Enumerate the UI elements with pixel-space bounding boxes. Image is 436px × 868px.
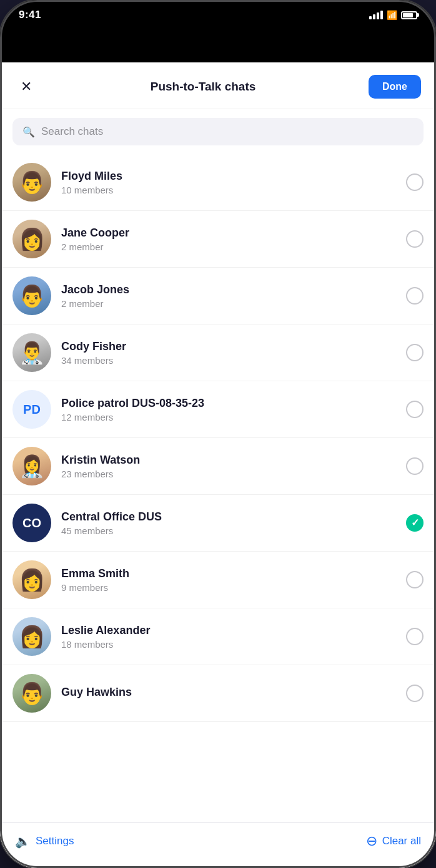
status-icons: 📶 <box>369 10 417 20</box>
battery-fill <box>403 13 413 17</box>
chat-members-count: 9 members <box>61 582 396 593</box>
notch-area: 9:41 📶 <box>0 0 436 62</box>
close-button[interactable]: ✕ <box>15 76 37 98</box>
chat-info: Police patrol DUS-08-35-23 12 members <box>61 397 396 422</box>
phone-shell: 9:41 📶 ✕ Push-to-Talk chats Done <box>0 0 436 868</box>
speaker-icon: 🔈 <box>15 834 31 849</box>
signal-bar-4 <box>380 11 383 19</box>
radio-button[interactable] <box>406 287 424 305</box>
chat-info: Cody Fisher 34 members <box>61 340 396 366</box>
avatar: 👩 <box>12 617 51 656</box>
list-item[interactable]: 👨 Guy Hawkins <box>0 665 436 722</box>
chat-name: Guy Hawkins <box>61 686 396 699</box>
chat-name: Central Office DUS <box>61 510 396 524</box>
page-title: Push-to-Talk chats <box>151 80 256 94</box>
list-item[interactable]: 👩 Leslie Alexander 18 members <box>0 608 436 665</box>
list-item[interactable]: PD Police patrol DUS-08-35-23 12 members <box>0 381 436 438</box>
radio-button[interactable]: ✓ <box>406 514 424 532</box>
chat-name: Police patrol DUS-08-35-23 <box>61 397 396 410</box>
chat-members-count: 18 members <box>61 639 396 650</box>
chat-name: Kristin Watson <box>61 454 396 467</box>
chat-name: Emma Smith <box>61 567 396 580</box>
chat-name: Leslie Alexander <box>61 624 396 637</box>
list-item[interactable]: CO Central Office DUS 45 members ✓ <box>0 495 436 552</box>
settings-button[interactable]: 🔈 Settings <box>15 834 74 849</box>
chat-members-count: 34 members <box>61 355 396 366</box>
radio-button[interactable] <box>406 685 424 702</box>
list-item[interactable]: 👩 Emma Smith 9 members <box>0 552 436 608</box>
chat-name: Jane Cooper <box>61 227 396 240</box>
checkmark-icon: ✓ <box>411 518 419 528</box>
header: ✕ Push-to-Talk chats Done <box>0 62 436 109</box>
home-indicator <box>177 859 259 862</box>
avatar: 👨‍⚕️ <box>12 333 51 372</box>
signal-bar-2 <box>373 14 375 19</box>
chat-name: Cody Fisher <box>61 340 396 353</box>
list-item[interactable]: 👨 Floyd Miles 10 members <box>0 154 436 211</box>
avatar: 👩 <box>12 560 51 599</box>
app-content: ✕ Push-to-Talk chats Done 🔍 Search chats… <box>0 62 436 868</box>
chat-info: Guy Hawkins <box>61 686 396 701</box>
list-item[interactable]: 👨‍⚕️ Cody Fisher 34 members <box>0 324 436 381</box>
battery-icon <box>401 11 417 19</box>
radio-button[interactable] <box>406 401 424 418</box>
clear-all-button[interactable]: ⊖ Clear all <box>366 833 421 849</box>
clear-label: Clear all <box>382 835 421 847</box>
signal-bar-3 <box>377 12 379 19</box>
search-bar[interactable]: 🔍 Search chats <box>12 118 424 145</box>
minus-circle-icon: ⊖ <box>366 833 377 849</box>
list-item[interactable]: 👨 Jacob Jones 2 member <box>0 268 436 324</box>
wifi-icon: 📶 <box>387 10 397 20</box>
radio-button[interactable] <box>406 571 424 588</box>
chat-members-count: 10 members <box>61 185 396 195</box>
search-placeholder-text: Search chats <box>41 125 103 138</box>
chat-info: Central Office DUS 45 members <box>61 510 396 536</box>
search-icon: 🔍 <box>22 126 35 138</box>
avatar: 👩‍⚕️ <box>12 447 51 485</box>
avatar: PD <box>12 390 51 429</box>
chat-members-count: 12 members <box>61 412 396 422</box>
avatar: 👩 <box>12 220 51 258</box>
done-button[interactable]: Done <box>369 75 421 99</box>
chat-info: Kristin Watson 23 members <box>61 454 396 479</box>
radio-button[interactable] <box>406 344 424 361</box>
chat-info: Floyd Miles 10 members <box>61 170 396 195</box>
close-icon: ✕ <box>21 80 32 94</box>
settings-label: Settings <box>36 835 74 847</box>
chat-info: Jacob Jones 2 member <box>61 283 396 309</box>
notch <box>168 0 268 22</box>
signal-bar-1 <box>369 16 372 19</box>
chat-members-count: 23 members <box>61 469 396 479</box>
avatar: 👨 <box>12 276 51 315</box>
status-time: 9:41 <box>19 9 41 21</box>
chat-name: Floyd Miles <box>61 170 396 183</box>
search-container: 🔍 Search chats <box>0 109 436 154</box>
avatar: CO <box>12 504 51 542</box>
chat-info: Jane Cooper 2 member <box>61 227 396 252</box>
chats-list: 👨 Floyd Miles 10 members 👩 Jane Cooper 2… <box>0 154 436 822</box>
signal-bars <box>369 11 383 19</box>
list-item[interactable]: 👩‍⚕️ Kristin Watson 23 members <box>0 438 436 495</box>
avatar: 👨 <box>12 163 51 202</box>
chat-members-count: 2 member <box>61 241 396 252</box>
radio-button[interactable] <box>406 457 424 475</box>
radio-button[interactable] <box>406 173 424 191</box>
radio-button[interactable] <box>406 230 424 248</box>
avatar: 👨 <box>12 674 51 713</box>
chat-members-count: 2 member <box>61 298 396 309</box>
radio-button[interactable] <box>406 628 424 645</box>
chat-members-count: 45 members <box>61 525 396 536</box>
chat-info: Leslie Alexander 18 members <box>61 624 396 650</box>
list-item[interactable]: 👩 Jane Cooper 2 member <box>0 211 436 268</box>
chat-name: Jacob Jones <box>61 283 396 296</box>
chat-info: Emma Smith 9 members <box>61 567 396 593</box>
